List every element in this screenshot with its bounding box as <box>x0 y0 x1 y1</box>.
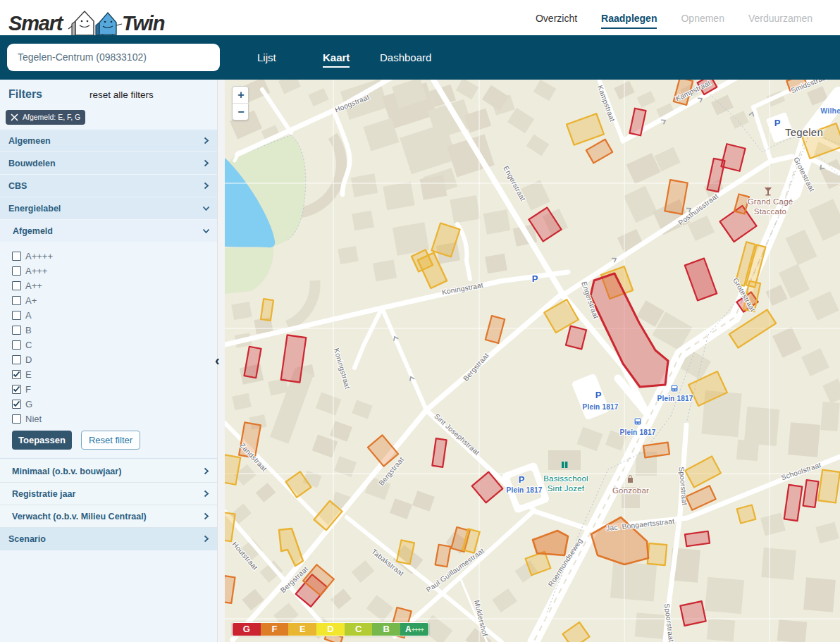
svg-text:Plein 1817: Plein 1817 <box>620 428 656 436</box>
svg-text:Staccato: Staccato <box>754 207 786 216</box>
svg-text:P: P <box>774 118 781 128</box>
svg-text:P: P <box>519 474 525 485</box>
svg-text:Basisschool: Basisschool <box>543 474 588 483</box>
svg-text:P: P <box>595 390 602 400</box>
svg-text:Plein 1817: Plein 1817 <box>583 403 619 411</box>
svg-text:Grand Cagé: Grand Cagé <box>748 197 793 206</box>
svg-text:P: P <box>532 273 538 284</box>
svg-text:Sint Jozef: Sint Jozef <box>548 484 585 493</box>
svg-text:Gonzobar: Gonzobar <box>612 486 649 495</box>
svg-text:Plein 1817: Plein 1817 <box>657 395 693 402</box>
svg-text:Smart: Smart <box>8 12 64 35</box>
svg-text:Tegelen: Tegelen <box>785 126 823 138</box>
svg-text:Twin: Twin <box>122 12 165 35</box>
svg-text:Wilhelminas: Wilhelminas <box>820 106 840 115</box>
svg-text:Plein 1817: Plein 1817 <box>507 486 543 494</box>
